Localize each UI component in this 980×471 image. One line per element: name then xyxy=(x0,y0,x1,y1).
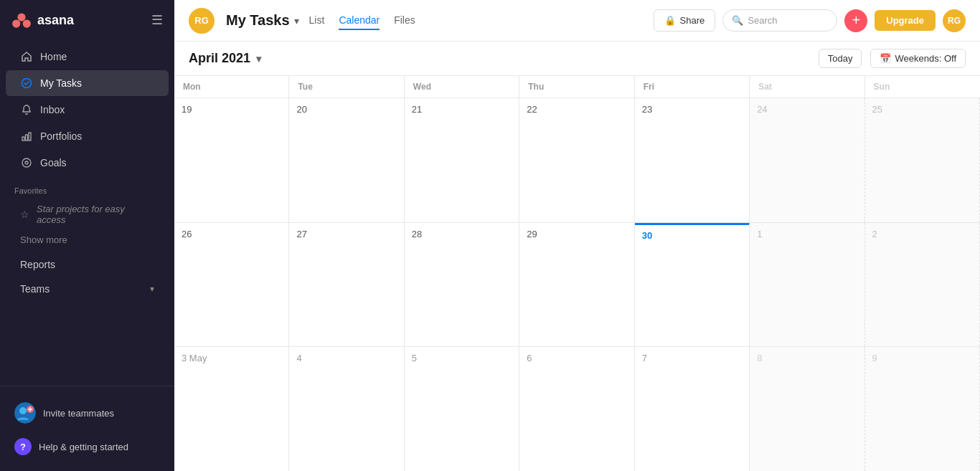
calendar-grid: Mon Tue Wed Thu Fri Sat Sun 19 20 21 22 … xyxy=(174,76,980,471)
upgrade-button[interactable]: Upgrade xyxy=(875,10,936,31)
day-apr-27[interactable]: 27 xyxy=(289,223,404,347)
day-apr-21[interactable]: 21 xyxy=(405,98,519,222)
day-header-wed: Wed xyxy=(405,76,519,97)
page-title: My Tasks xyxy=(226,12,290,29)
day-apr-29[interactable]: 29 xyxy=(519,223,634,347)
asana-logo[interactable]: asana xyxy=(11,10,74,30)
day-may-2[interactable]: 2 xyxy=(865,223,980,347)
view-tabs: List Calendar Files xyxy=(309,11,415,30)
day-may-6[interactable]: 6 xyxy=(519,347,634,471)
day-header-mon: Mon xyxy=(174,76,289,97)
day-apr-30-today[interactable]: 30 xyxy=(635,223,750,347)
bell-icon xyxy=(20,103,33,116)
star-icon: ☆ xyxy=(20,209,29,220)
sidebar-item-inbox[interactable]: Inbox xyxy=(6,97,169,123)
sidebar-header: asana ☰ xyxy=(0,0,174,40)
page-header: RG My Tasks ▾ List Calendar Files 🔒 Shar… xyxy=(174,0,980,42)
weekends-toggle[interactable]: 📅 Weekends: Off xyxy=(870,49,966,68)
day-may-3[interactable]: 3 May xyxy=(174,347,289,471)
invite-icon xyxy=(14,402,36,424)
week-row-3: 3 May 4 5 6 7 8 9 xyxy=(174,347,980,471)
calendar-month-selector[interactable]: April 2021 ▾ xyxy=(189,51,261,66)
sidebar-bottom: Invite teammates ? Help & getting starte… xyxy=(0,386,174,471)
svg-point-8 xyxy=(25,161,28,164)
calendar-icon: 📅 xyxy=(880,53,891,64)
svg-point-1 xyxy=(12,19,20,27)
check-circle-icon xyxy=(20,77,33,90)
sidebar-item-my-tasks[interactable]: My Tasks xyxy=(6,70,169,96)
sidebar-section-teams[interactable]: Teams ▾ xyxy=(6,276,169,298)
header-user-avatar[interactable]: RG xyxy=(943,9,966,32)
day-apr-26[interactable]: 26 xyxy=(174,223,289,347)
day-may-9[interactable]: 9 xyxy=(865,347,980,471)
calendar-body: 19 20 21 22 23 24 25 26 27 28 29 30 xyxy=(174,98,980,471)
day-header-sun: Sun xyxy=(865,76,980,97)
logo-text: asana xyxy=(37,13,74,28)
sidebar-section-reports[interactable]: Reports xyxy=(6,252,169,273)
day-header-thu: Thu xyxy=(519,76,634,97)
search-icon: 🔍 xyxy=(732,15,743,26)
day-may-7[interactable]: 7 xyxy=(635,347,750,471)
sidebar-item-goals[interactable]: Goals xyxy=(6,150,169,176)
day-apr-28[interactable]: 28 xyxy=(405,223,519,347)
help-button[interactable]: ? Help & getting started xyxy=(0,431,174,462)
sidebar-item-portfolios[interactable]: Portfolios xyxy=(6,123,169,149)
help-icon: ? xyxy=(14,438,32,455)
day-may-5[interactable]: 5 xyxy=(405,347,519,471)
share-button[interactable]: 🔒 Share xyxy=(654,9,716,32)
tab-calendar[interactable]: Calendar xyxy=(339,11,380,30)
calendar-toolbar-right: Today 📅 Weekends: Off xyxy=(819,49,966,68)
calendar-day-headers: Mon Tue Wed Thu Fri Sat Sun xyxy=(174,76,980,98)
tab-list[interactable]: List xyxy=(309,11,325,30)
day-header-tue: Tue xyxy=(289,76,404,97)
main-content: RG My Tasks ▾ List Calendar Files 🔒 Shar… xyxy=(174,0,980,471)
week-row-2: 26 27 28 29 30 1 2 xyxy=(174,223,980,348)
bar-chart-icon xyxy=(20,130,33,143)
show-more-button[interactable]: Show more xyxy=(6,231,169,249)
goals-icon xyxy=(20,156,33,169)
invite-teammates-button[interactable]: Invite teammates xyxy=(0,395,174,431)
svg-rect-5 xyxy=(26,135,28,141)
hamburger-icon[interactable]: ☰ xyxy=(151,12,163,28)
today-button[interactable]: Today xyxy=(819,49,862,68)
sidebar-item-home[interactable]: Home xyxy=(6,44,169,70)
user-avatar: RG xyxy=(189,8,215,34)
day-may-1[interactable]: 1 xyxy=(750,223,864,347)
svg-rect-4 xyxy=(22,137,24,141)
day-header-fri: Fri xyxy=(635,76,750,97)
search-bar[interactable]: 🔍 Search xyxy=(722,9,837,32)
favorites-label: Favorites xyxy=(0,176,174,198)
chevron-down-icon: ▾ xyxy=(150,284,154,294)
tab-files[interactable]: Files xyxy=(394,11,415,30)
day-header-sat: Sat xyxy=(750,76,864,97)
svg-point-7 xyxy=(22,158,31,167)
svg-point-0 xyxy=(17,13,25,21)
week-row-1: 19 20 21 22 23 24 25 xyxy=(174,98,980,223)
calendar-container: April 2021 ▾ Today 📅 Weekends: Off Mon T… xyxy=(174,42,980,471)
day-apr-22[interactable]: 22 xyxy=(519,98,634,222)
chevron-down-icon: ▾ xyxy=(256,53,261,65)
home-icon xyxy=(20,50,33,63)
sidebar-navigation: Home My Tasks Inbox xyxy=(0,40,174,386)
header-actions: 🔒 Share 🔍 Search + Upgrade RG xyxy=(654,9,966,32)
svg-point-10 xyxy=(19,407,27,414)
day-apr-25[interactable]: 25 xyxy=(865,98,980,222)
title-area: My Tasks ▾ List Calendar Files xyxy=(226,11,642,30)
day-may-4[interactable]: 4 xyxy=(289,347,404,471)
svg-point-2 xyxy=(23,19,31,27)
sidebar: asana ☰ Home My Tasks xyxy=(0,0,174,471)
add-button[interactable]: + xyxy=(844,9,867,32)
star-projects-item[interactable]: ☆ Star projects for easy access xyxy=(6,199,169,230)
day-apr-20[interactable]: 20 xyxy=(289,98,404,222)
day-apr-23[interactable]: 23 xyxy=(635,98,750,222)
title-dropdown-icon[interactable]: ▾ xyxy=(294,15,299,27)
day-apr-24[interactable]: 24 xyxy=(750,98,864,222)
calendar-toolbar: April 2021 ▾ Today 📅 Weekends: Off xyxy=(174,42,980,76)
svg-rect-6 xyxy=(29,133,31,141)
lock-icon: 🔒 xyxy=(664,15,676,26)
day-apr-19[interactable]: 19 xyxy=(174,98,289,222)
day-may-8[interactable]: 8 xyxy=(750,347,864,471)
